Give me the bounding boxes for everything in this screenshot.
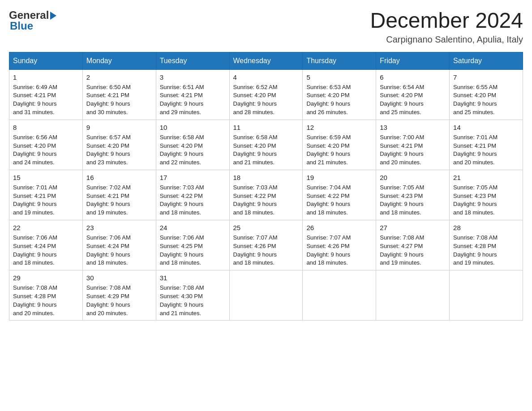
calendar-cell: 18Sunrise: 7:03 AMSunset: 4:22 PMDayligh… [229, 170, 303, 220]
day-number: 7 [453, 73, 519, 82]
daylight-line2: and 25 minutes. [453, 109, 495, 116]
daylight-line2: and 18 minutes. [233, 209, 275, 216]
daylight-line2: and 19 minutes. [380, 259, 421, 266]
weekday-header-thursday: Thursday [303, 52, 376, 69]
day-number: 31 [160, 273, 226, 283]
daylight-line2: and 21 minutes. [306, 159, 348, 166]
week-row-3: 15Sunrise: 7:01 AMSunset: 4:21 PMDayligh… [9, 170, 523, 220]
sunset-text: Sunset: 4:20 PM [233, 92, 276, 98]
daylight-line1: Daylight: 9 hours [380, 201, 424, 207]
daylight-line2: and 18 minutes. [86, 259, 128, 266]
sunset-text: Sunset: 4:29 PM [86, 293, 129, 300]
sunset-text: Sunset: 4:20 PM [86, 142, 129, 149]
weekday-header-row: SundayMondayTuesdayWednesdayThursdayFrid… [9, 52, 523, 69]
sunrise-text: Sunrise: 7:07 AM [233, 234, 278, 241]
daylight-line2: and 19 minutes. [453, 259, 495, 266]
day-number: 4 [233, 73, 299, 82]
calendar-cell: 20Sunrise: 7:05 AMSunset: 4:23 PMDayligh… [376, 170, 450, 220]
sunset-text: Sunset: 4:20 PM [380, 92, 423, 98]
daylight-line1: Daylight: 9 hours [86, 301, 130, 308]
daylight-line1: Daylight: 9 hours [453, 100, 497, 107]
day-number: 16 [86, 173, 152, 183]
daylight-line1: Daylight: 9 hours [13, 201, 57, 207]
sunset-text: Sunset: 4:21 PM [380, 142, 423, 149]
sunrise-text: Sunrise: 7:01 AM [453, 134, 498, 141]
day-number: 22 [13, 223, 79, 233]
day-number: 6 [380, 73, 446, 82]
sunset-text: Sunset: 4:22 PM [306, 193, 349, 199]
sunrise-text: Sunrise: 7:05 AM [380, 184, 424, 191]
daylight-line2: and 29 minutes. [160, 109, 202, 116]
calendar-cell: 2Sunrise: 6:50 AMSunset: 4:21 PMDaylight… [82, 69, 156, 120]
daylight-line2: and 18 minutes. [306, 209, 348, 216]
sunset-text: Sunset: 4:20 PM [233, 142, 276, 149]
daylight-line1: Daylight: 9 hours [160, 201, 204, 207]
daylight-line1: Daylight: 9 hours [306, 150, 350, 157]
calendar-cell: 9Sunrise: 6:57 AMSunset: 4:20 PMDaylight… [82, 120, 156, 170]
daylight-line1: Daylight: 9 hours [13, 150, 57, 157]
sunset-text: Sunset: 4:20 PM [306, 92, 349, 98]
sunset-text: Sunset: 4:23 PM [380, 193, 423, 199]
day-number: 11 [233, 123, 299, 133]
sunset-text: Sunset: 4:24 PM [86, 243, 129, 249]
sunrise-text: Sunrise: 7:04 AM [306, 184, 351, 191]
sunrise-text: Sunrise: 7:08 AM [453, 234, 498, 241]
weekday-header-friday: Friday [376, 52, 450, 69]
daylight-line2: and 19 minutes. [86, 209, 128, 216]
sunrise-text: Sunrise: 7:02 AM [86, 184, 131, 191]
day-number: 20 [380, 173, 446, 183]
sunrise-text: Sunrise: 7:08 AM [380, 234, 424, 241]
sunrise-text: Sunrise: 6:51 AM [160, 84, 204, 90]
sunset-text: Sunset: 4:27 PM [380, 243, 423, 249]
day-number: 21 [453, 173, 519, 183]
calendar-cell: 22Sunrise: 7:06 AMSunset: 4:24 PMDayligh… [9, 220, 83, 270]
calendar-cell: 25Sunrise: 7:07 AMSunset: 4:26 PMDayligh… [229, 220, 303, 270]
daylight-line2: and 22 minutes. [160, 159, 202, 166]
calendar-cell: 23Sunrise: 7:06 AMSunset: 4:24 PMDayligh… [82, 220, 156, 270]
daylight-line2: and 20 minutes. [453, 159, 495, 166]
sunrise-text: Sunrise: 7:03 AM [160, 184, 204, 191]
day-number: 24 [160, 223, 226, 233]
calendar-cell: 28Sunrise: 7:08 AMSunset: 4:28 PMDayligh… [450, 220, 523, 270]
daylight-line2: and 20 minutes. [13, 310, 55, 317]
daylight-line1: Daylight: 9 hours [380, 251, 424, 258]
sunrise-text: Sunrise: 7:08 AM [13, 284, 57, 291]
daylight-line2: and 20 minutes. [380, 159, 421, 166]
daylight-line2: and 31 minutes. [13, 109, 55, 116]
day-number: 27 [380, 223, 446, 233]
day-number: 26 [306, 223, 372, 233]
week-row-1: 1Sunrise: 6:49 AMSunset: 4:21 PMDaylight… [9, 69, 523, 120]
day-number: 15 [13, 173, 79, 183]
calendar-cell: 29Sunrise: 7:08 AMSunset: 4:28 PMDayligh… [9, 270, 83, 321]
calendar-cell: 19Sunrise: 7:04 AMSunset: 4:22 PMDayligh… [303, 170, 376, 220]
daylight-line2: and 18 minutes. [160, 259, 202, 266]
sunrise-text: Sunrise: 6:52 AM [233, 84, 278, 90]
sunset-text: Sunset: 4:21 PM [453, 142, 496, 149]
sunrise-text: Sunrise: 7:08 AM [86, 284, 131, 291]
sunrise-text: Sunrise: 7:08 AM [160, 284, 204, 291]
sunrise-text: Sunrise: 7:06 AM [13, 234, 57, 241]
location-subtitle: Carpignano Salentino, Apulia, Italy [370, 34, 523, 45]
sunset-text: Sunset: 4:24 PM [13, 243, 56, 249]
day-number: 23 [86, 223, 152, 233]
day-number: 10 [160, 123, 226, 133]
sunrise-text: Sunrise: 6:59 AM [306, 134, 351, 141]
sunrise-text: Sunrise: 7:06 AM [86, 234, 131, 241]
daylight-line2: and 20 minutes. [86, 310, 128, 317]
sunrise-text: Sunrise: 6:58 AM [160, 134, 204, 141]
sunset-text: Sunset: 4:21 PM [86, 193, 129, 199]
daylight-line1: Daylight: 9 hours [306, 251, 350, 258]
day-number: 18 [233, 173, 299, 183]
sunset-text: Sunset: 4:21 PM [160, 92, 203, 98]
calendar-cell: 24Sunrise: 7:06 AMSunset: 4:25 PMDayligh… [156, 220, 229, 270]
daylight-line1: Daylight: 9 hours [160, 100, 204, 107]
sunset-text: Sunset: 4:21 PM [13, 193, 56, 199]
day-number: 2 [86, 73, 152, 82]
daylight-line2: and 30 minutes. [86, 109, 128, 116]
daylight-line1: Daylight: 9 hours [233, 251, 277, 258]
daylight-line1: Daylight: 9 hours [453, 251, 497, 258]
day-number: 3 [160, 73, 226, 82]
calendar-cell: 8Sunrise: 6:56 AMSunset: 4:20 PMDaylight… [9, 120, 83, 170]
sunrise-text: Sunrise: 6:57 AM [86, 134, 131, 141]
calendar-cell: 30Sunrise: 7:08 AMSunset: 4:29 PMDayligh… [82, 270, 156, 321]
